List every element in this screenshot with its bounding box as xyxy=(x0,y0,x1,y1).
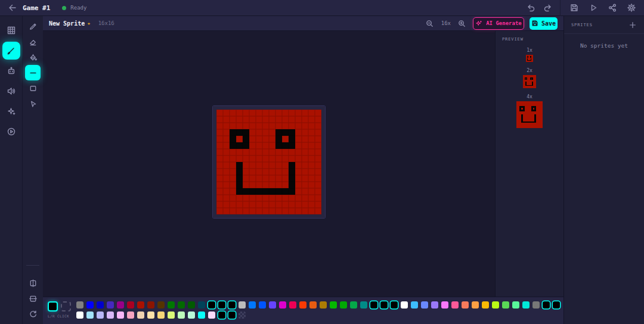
palette-swatch[interactable] xyxy=(188,311,195,319)
pixel-cell[interactable] xyxy=(262,188,269,195)
pixel-cell[interactable] xyxy=(236,162,243,169)
palette-swatch[interactable] xyxy=(309,301,317,309)
pixel-cell[interactable] xyxy=(256,149,262,155)
pixel-cell[interactable] xyxy=(315,182,321,188)
palette-swatch[interactable] xyxy=(391,301,398,309)
sidebar-game-button[interactable] xyxy=(2,62,20,80)
tool-flip-vertical[interactable] xyxy=(25,275,41,291)
pixel-cell[interactable] xyxy=(256,142,262,149)
pixel-cell[interactable] xyxy=(275,188,282,195)
pixel-cell[interactable] xyxy=(315,123,321,129)
pixel-cell[interactable] xyxy=(262,182,269,188)
pixel-cell[interactable] xyxy=(275,155,282,162)
tool-line[interactable] xyxy=(25,65,41,80)
pixel-cell[interactable] xyxy=(295,129,302,136)
save-button[interactable]: Save xyxy=(530,17,558,30)
pixel-cell[interactable] xyxy=(282,123,289,129)
pixel-cell[interactable] xyxy=(275,195,282,201)
pixel-cell[interactable] xyxy=(223,169,230,175)
pixel-cell[interactable] xyxy=(275,136,282,142)
pixel-cell[interactable] xyxy=(223,136,230,142)
pixel-cell[interactable] xyxy=(315,155,321,162)
pixel-cell[interactable] xyxy=(282,110,289,116)
pixel-cell[interactable] xyxy=(295,155,302,162)
pixel-cell[interactable] xyxy=(236,123,243,129)
add-sprite-button[interactable] xyxy=(628,21,637,29)
palette-swatch[interactable] xyxy=(208,301,215,309)
pixel-cell[interactable] xyxy=(295,175,302,182)
pixel-cell[interactable] xyxy=(315,136,321,142)
pixel-cell[interactable] xyxy=(308,169,315,175)
pixel-cell[interactable] xyxy=(289,188,295,195)
pixel-cell[interactable] xyxy=(289,155,295,162)
pixel-cell[interactable] xyxy=(269,175,275,182)
pixel-cell[interactable] xyxy=(269,188,275,195)
pixel-cell[interactable] xyxy=(249,162,256,169)
pixel-cell[interactable] xyxy=(315,110,321,116)
pixel-cell[interactable] xyxy=(282,116,289,123)
pixel-cell[interactable] xyxy=(282,195,289,201)
sidebar-audio-button[interactable] xyxy=(2,82,20,100)
pixel-cell[interactable] xyxy=(243,195,249,201)
pixel-cell[interactable] xyxy=(256,175,262,182)
pixel-cell[interactable] xyxy=(308,110,315,116)
secondary-color-swatch[interactable] xyxy=(61,301,71,311)
pixel-cell[interactable] xyxy=(295,162,302,169)
palette-swatch[interactable] xyxy=(97,311,104,319)
pixel-cell[interactable] xyxy=(262,175,269,182)
pixel-cell[interactable] xyxy=(302,123,308,129)
tool-rotate[interactable] xyxy=(25,306,41,322)
palette-swatch[interactable] xyxy=(350,301,357,309)
palette-swatch[interactable] xyxy=(137,311,144,319)
palette-swatch[interactable] xyxy=(168,311,175,319)
sidebar-ai-button[interactable] xyxy=(2,102,20,120)
pixel-cell[interactable] xyxy=(249,208,256,214)
palette-swatch[interactable] xyxy=(279,301,286,309)
pixel-cell[interactable] xyxy=(230,123,236,129)
pixel-cell[interactable] xyxy=(282,129,289,136)
pixel-cell[interactable] xyxy=(295,110,302,116)
pixel-cell[interactable] xyxy=(308,182,315,188)
settings-button[interactable] xyxy=(625,1,638,14)
pixel-cell[interactable] xyxy=(295,136,302,142)
pixel-cell[interactable] xyxy=(295,195,302,201)
pixel-cell[interactable] xyxy=(230,188,236,195)
palette-swatch[interactable] xyxy=(289,301,296,309)
pixel-cell[interactable] xyxy=(315,169,321,175)
pixel-cell[interactable] xyxy=(275,142,282,149)
pixel-cell[interactable] xyxy=(216,175,223,182)
pixel-cell[interactable] xyxy=(295,201,302,208)
pixel-cell[interactable] xyxy=(236,142,243,149)
pixel-cell[interactable] xyxy=(249,116,256,123)
tool-pencil[interactable] xyxy=(25,18,41,34)
palette-swatch[interactable] xyxy=(208,311,215,319)
pixel-cell[interactable] xyxy=(236,208,243,214)
pixel-cell[interactable] xyxy=(282,182,289,188)
pixel-cell[interactable] xyxy=(315,195,321,201)
palette-swatch[interactable] xyxy=(147,311,154,319)
pixel-cell[interactable] xyxy=(216,142,223,149)
palette-swatch[interactable] xyxy=(178,301,185,309)
palette-swatch[interactable] xyxy=(421,301,428,309)
pixel-cell[interactable] xyxy=(262,208,269,214)
pixel-cell[interactable] xyxy=(230,136,236,142)
pixel-cell[interactable] xyxy=(230,155,236,162)
pixel-cell[interactable] xyxy=(243,188,249,195)
pixel-cell[interactable] xyxy=(282,162,289,169)
primary-color-swatch[interactable] xyxy=(48,301,58,311)
pixel-cell[interactable] xyxy=(308,142,315,149)
pixel-cell[interactable] xyxy=(243,110,249,116)
pixel-cell[interactable] xyxy=(249,110,256,116)
pixel-cell[interactable] xyxy=(275,116,282,123)
pixel-cell[interactable] xyxy=(289,162,295,169)
palette-swatch[interactable] xyxy=(137,301,144,309)
pixel-cell[interactable] xyxy=(295,188,302,195)
palette-swatch[interactable] xyxy=(218,311,225,319)
pixel-cell[interactable] xyxy=(236,188,243,195)
pixel-cell[interactable] xyxy=(216,162,223,169)
palette-swatch[interactable] xyxy=(228,301,236,309)
pixel-cell[interactable] xyxy=(269,149,275,155)
pixel-cell[interactable] xyxy=(275,201,282,208)
pixel-cell[interactable] xyxy=(216,123,223,129)
pixel-cell[interactable] xyxy=(295,169,302,175)
